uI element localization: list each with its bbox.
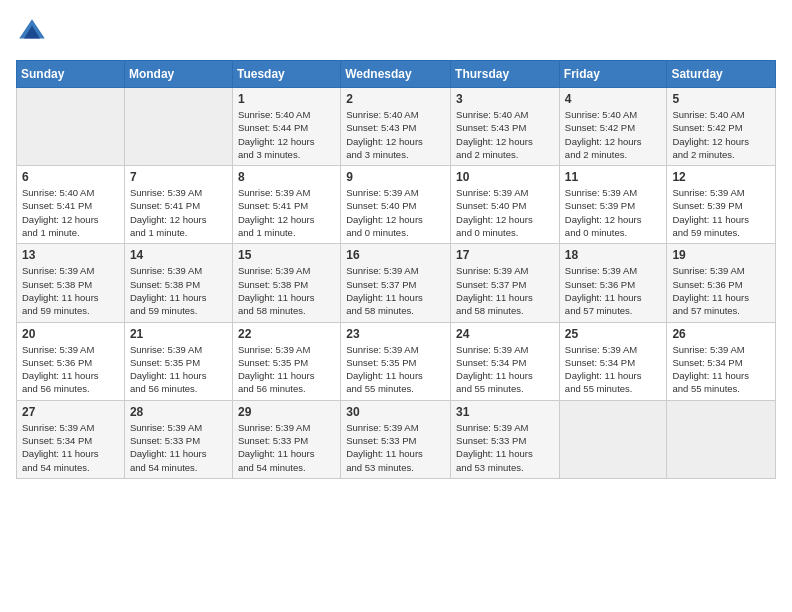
calendar-week-5: 27Sunrise: 5:39 AM Sunset: 5:34 PM Dayli… bbox=[17, 400, 776, 478]
day-number: 25 bbox=[565, 327, 662, 341]
day-info: Sunrise: 5:39 AM Sunset: 5:34 PM Dayligh… bbox=[22, 421, 119, 474]
day-number: 8 bbox=[238, 170, 335, 184]
calendar-cell: 10Sunrise: 5:39 AM Sunset: 5:40 PM Dayli… bbox=[451, 166, 560, 244]
column-header-friday: Friday bbox=[559, 61, 667, 88]
day-number: 7 bbox=[130, 170, 227, 184]
logo-icon bbox=[16, 16, 48, 48]
day-info: Sunrise: 5:39 AM Sunset: 5:34 PM Dayligh… bbox=[565, 343, 662, 396]
day-info: Sunrise: 5:39 AM Sunset: 5:41 PM Dayligh… bbox=[130, 186, 227, 239]
calendar-table: SundayMondayTuesdayWednesdayThursdayFrid… bbox=[16, 60, 776, 479]
day-info: Sunrise: 5:39 AM Sunset: 5:41 PM Dayligh… bbox=[238, 186, 335, 239]
column-header-wednesday: Wednesday bbox=[341, 61, 451, 88]
calendar-header-row: SundayMondayTuesdayWednesdayThursdayFrid… bbox=[17, 61, 776, 88]
day-number: 5 bbox=[672, 92, 770, 106]
day-info: Sunrise: 5:39 AM Sunset: 5:39 PM Dayligh… bbox=[565, 186, 662, 239]
calendar-cell: 14Sunrise: 5:39 AM Sunset: 5:38 PM Dayli… bbox=[124, 244, 232, 322]
day-info: Sunrise: 5:39 AM Sunset: 5:36 PM Dayligh… bbox=[565, 264, 662, 317]
day-info: Sunrise: 5:39 AM Sunset: 5:38 PM Dayligh… bbox=[130, 264, 227, 317]
day-number: 16 bbox=[346, 248, 445, 262]
calendar-cell: 6Sunrise: 5:40 AM Sunset: 5:41 PM Daylig… bbox=[17, 166, 125, 244]
calendar-cell: 15Sunrise: 5:39 AM Sunset: 5:38 PM Dayli… bbox=[232, 244, 340, 322]
page-header bbox=[16, 16, 776, 48]
day-info: Sunrise: 5:40 AM Sunset: 5:42 PM Dayligh… bbox=[565, 108, 662, 161]
day-number: 27 bbox=[22, 405, 119, 419]
calendar-cell bbox=[124, 88, 232, 166]
calendar-cell: 24Sunrise: 5:39 AM Sunset: 5:34 PM Dayli… bbox=[451, 322, 560, 400]
day-number: 4 bbox=[565, 92, 662, 106]
day-info: Sunrise: 5:39 AM Sunset: 5:38 PM Dayligh… bbox=[22, 264, 119, 317]
calendar-cell: 22Sunrise: 5:39 AM Sunset: 5:35 PM Dayli… bbox=[232, 322, 340, 400]
logo bbox=[16, 16, 52, 48]
day-info: Sunrise: 5:39 AM Sunset: 5:37 PM Dayligh… bbox=[346, 264, 445, 317]
calendar-cell: 5Sunrise: 5:40 AM Sunset: 5:42 PM Daylig… bbox=[667, 88, 776, 166]
calendar-cell: 25Sunrise: 5:39 AM Sunset: 5:34 PM Dayli… bbox=[559, 322, 667, 400]
calendar-cell: 9Sunrise: 5:39 AM Sunset: 5:40 PM Daylig… bbox=[341, 166, 451, 244]
calendar-cell: 13Sunrise: 5:39 AM Sunset: 5:38 PM Dayli… bbox=[17, 244, 125, 322]
day-number: 30 bbox=[346, 405, 445, 419]
day-info: Sunrise: 5:39 AM Sunset: 5:35 PM Dayligh… bbox=[346, 343, 445, 396]
column-header-saturday: Saturday bbox=[667, 61, 776, 88]
day-number: 3 bbox=[456, 92, 554, 106]
column-header-tuesday: Tuesday bbox=[232, 61, 340, 88]
calendar-cell: 27Sunrise: 5:39 AM Sunset: 5:34 PM Dayli… bbox=[17, 400, 125, 478]
calendar-cell: 28Sunrise: 5:39 AM Sunset: 5:33 PM Dayli… bbox=[124, 400, 232, 478]
day-number: 11 bbox=[565, 170, 662, 184]
calendar-cell: 11Sunrise: 5:39 AM Sunset: 5:39 PM Dayli… bbox=[559, 166, 667, 244]
day-number: 1 bbox=[238, 92, 335, 106]
calendar-cell: 23Sunrise: 5:39 AM Sunset: 5:35 PM Dayli… bbox=[341, 322, 451, 400]
calendar-week-3: 13Sunrise: 5:39 AM Sunset: 5:38 PM Dayli… bbox=[17, 244, 776, 322]
calendar-cell: 31Sunrise: 5:39 AM Sunset: 5:33 PM Dayli… bbox=[451, 400, 560, 478]
day-info: Sunrise: 5:40 AM Sunset: 5:41 PM Dayligh… bbox=[22, 186, 119, 239]
day-number: 28 bbox=[130, 405, 227, 419]
calendar-cell: 7Sunrise: 5:39 AM Sunset: 5:41 PM Daylig… bbox=[124, 166, 232, 244]
calendar-cell: 20Sunrise: 5:39 AM Sunset: 5:36 PM Dayli… bbox=[17, 322, 125, 400]
day-number: 22 bbox=[238, 327, 335, 341]
calendar-cell: 2Sunrise: 5:40 AM Sunset: 5:43 PM Daylig… bbox=[341, 88, 451, 166]
day-number: 6 bbox=[22, 170, 119, 184]
day-number: 10 bbox=[456, 170, 554, 184]
calendar-cell: 26Sunrise: 5:39 AM Sunset: 5:34 PM Dayli… bbox=[667, 322, 776, 400]
day-info: Sunrise: 5:39 AM Sunset: 5:33 PM Dayligh… bbox=[238, 421, 335, 474]
day-number: 24 bbox=[456, 327, 554, 341]
calendar-cell: 4Sunrise: 5:40 AM Sunset: 5:42 PM Daylig… bbox=[559, 88, 667, 166]
day-info: Sunrise: 5:39 AM Sunset: 5:38 PM Dayligh… bbox=[238, 264, 335, 317]
day-number: 23 bbox=[346, 327, 445, 341]
day-number: 31 bbox=[456, 405, 554, 419]
day-info: Sunrise: 5:40 AM Sunset: 5:43 PM Dayligh… bbox=[456, 108, 554, 161]
column-header-sunday: Sunday bbox=[17, 61, 125, 88]
day-info: Sunrise: 5:39 AM Sunset: 5:33 PM Dayligh… bbox=[130, 421, 227, 474]
day-info: Sunrise: 5:39 AM Sunset: 5:39 PM Dayligh… bbox=[672, 186, 770, 239]
column-header-monday: Monday bbox=[124, 61, 232, 88]
calendar-week-1: 1Sunrise: 5:40 AM Sunset: 5:44 PM Daylig… bbox=[17, 88, 776, 166]
calendar-cell: 16Sunrise: 5:39 AM Sunset: 5:37 PM Dayli… bbox=[341, 244, 451, 322]
day-info: Sunrise: 5:39 AM Sunset: 5:40 PM Dayligh… bbox=[346, 186, 445, 239]
day-number: 15 bbox=[238, 248, 335, 262]
day-info: Sunrise: 5:39 AM Sunset: 5:34 PM Dayligh… bbox=[672, 343, 770, 396]
calendar-cell: 3Sunrise: 5:40 AM Sunset: 5:43 PM Daylig… bbox=[451, 88, 560, 166]
calendar-cell: 29Sunrise: 5:39 AM Sunset: 5:33 PM Dayli… bbox=[232, 400, 340, 478]
day-info: Sunrise: 5:39 AM Sunset: 5:35 PM Dayligh… bbox=[130, 343, 227, 396]
calendar-cell bbox=[667, 400, 776, 478]
calendar-cell: 30Sunrise: 5:39 AM Sunset: 5:33 PM Dayli… bbox=[341, 400, 451, 478]
calendar-cell: 8Sunrise: 5:39 AM Sunset: 5:41 PM Daylig… bbox=[232, 166, 340, 244]
day-info: Sunrise: 5:39 AM Sunset: 5:36 PM Dayligh… bbox=[22, 343, 119, 396]
day-info: Sunrise: 5:40 AM Sunset: 5:42 PM Dayligh… bbox=[672, 108, 770, 161]
calendar-cell: 12Sunrise: 5:39 AM Sunset: 5:39 PM Dayli… bbox=[667, 166, 776, 244]
day-number: 12 bbox=[672, 170, 770, 184]
day-info: Sunrise: 5:40 AM Sunset: 5:44 PM Dayligh… bbox=[238, 108, 335, 161]
calendar-cell: 21Sunrise: 5:39 AM Sunset: 5:35 PM Dayli… bbox=[124, 322, 232, 400]
day-number: 9 bbox=[346, 170, 445, 184]
day-info: Sunrise: 5:39 AM Sunset: 5:40 PM Dayligh… bbox=[456, 186, 554, 239]
calendar-cell: 19Sunrise: 5:39 AM Sunset: 5:36 PM Dayli… bbox=[667, 244, 776, 322]
calendar-cell bbox=[559, 400, 667, 478]
calendar-cell: 18Sunrise: 5:39 AM Sunset: 5:36 PM Dayli… bbox=[559, 244, 667, 322]
day-number: 18 bbox=[565, 248, 662, 262]
day-number: 14 bbox=[130, 248, 227, 262]
day-info: Sunrise: 5:39 AM Sunset: 5:35 PM Dayligh… bbox=[238, 343, 335, 396]
calendar-week-2: 6Sunrise: 5:40 AM Sunset: 5:41 PM Daylig… bbox=[17, 166, 776, 244]
day-info: Sunrise: 5:39 AM Sunset: 5:34 PM Dayligh… bbox=[456, 343, 554, 396]
day-info: Sunrise: 5:39 AM Sunset: 5:37 PM Dayligh… bbox=[456, 264, 554, 317]
day-number: 19 bbox=[672, 248, 770, 262]
day-number: 13 bbox=[22, 248, 119, 262]
calendar-cell bbox=[17, 88, 125, 166]
